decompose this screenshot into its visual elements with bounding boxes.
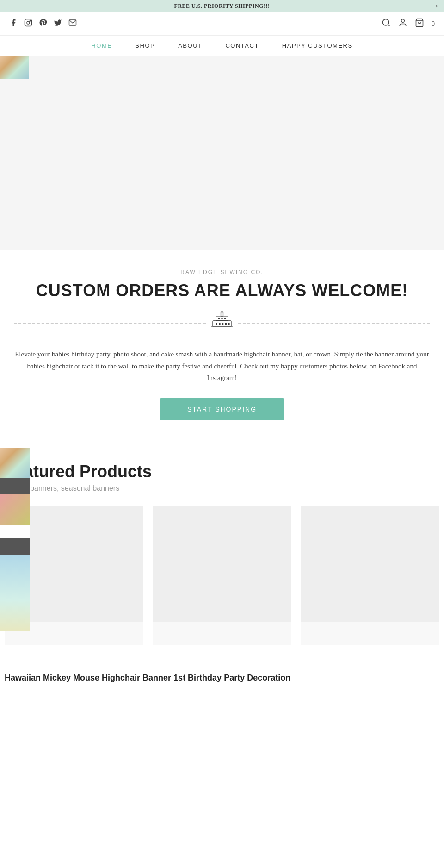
header-actions: 0 — [382, 18, 435, 30]
svg-point-1 — [27, 21, 30, 24]
featured-subtitle: holiday banners, seasonal banners — [5, 484, 439, 493]
instagram-icon[interactable] — [24, 19, 32, 29]
email-icon[interactable] — [68, 19, 77, 29]
svg-point-18 — [222, 323, 223, 325]
thumb-dots: · · · · · — [7, 529, 24, 533]
product-card-2[interactable] — [153, 506, 291, 645]
hero-thumbnail — [0, 56, 29, 79]
svg-point-14 — [222, 318, 223, 319]
social-icons-group — [9, 19, 77, 29]
svg-point-4 — [383, 19, 389, 25]
thumb-dark-2 — [0, 538, 30, 555]
baby-image — [0, 555, 30, 631]
svg-point-2 — [30, 20, 31, 21]
hero-content: RAW EDGE SEWING CO. CUSTOM ORDERS ARE AL… — [0, 250, 444, 448]
thumb-3[interactable] — [0, 494, 30, 525]
products-grid — [5, 502, 439, 650]
announcement-text: FREE U.S. PRIORITY SHIPPING!!! — [174, 3, 270, 9]
divider-line-right — [238, 323, 430, 324]
nav-happy-customers[interactable]: HAPPY CUSTOMERS — [282, 42, 353, 49]
cart-button[interactable] — [415, 18, 424, 30]
announcement-bar: FREE U.S. PRIORITY SHIPPING!!! × — [0, 0, 444, 12]
product-card-3[interactable] — [301, 506, 439, 645]
nav-about[interactable]: ABOUT — [178, 42, 202, 49]
facebook-icon[interactable] — [9, 19, 18, 29]
svg-point-6 — [401, 19, 405, 23]
svg-point-13 — [218, 318, 220, 319]
svg-point-9 — [221, 311, 222, 313]
svg-line-5 — [388, 25, 390, 26]
svg-point-16 — [216, 323, 217, 325]
product-image-2 — [153, 506, 291, 622]
featured-products: Featured Products holiday banners, seaso… — [0, 448, 444, 659]
cake-divider — [9, 310, 435, 337]
featured-title: Featured Products — [5, 462, 439, 481]
search-button[interactable] — [382, 18, 391, 30]
svg-point-17 — [219, 323, 221, 325]
thumb-1[interactable] — [0, 448, 30, 478]
account-button[interactable] — [398, 18, 407, 30]
start-shopping-button[interactable]: START SHOPPING — [160, 398, 284, 420]
cake-icon — [210, 310, 234, 337]
nav-contact[interactable]: CONTACT — [225, 42, 259, 49]
hero-image — [0, 56, 444, 250]
hero-description: Elevate your babies birthday party, phot… — [14, 349, 430, 384]
thumb-dark-1 — [0, 478, 30, 494]
nav-home[interactable]: HOME — [91, 42, 112, 49]
cart-count: 0 — [432, 20, 435, 28]
nav-shop[interactable]: SHOP — [135, 42, 155, 49]
pinterest-icon[interactable] — [39, 19, 47, 29]
main-nav: HOME SHOP ABOUT CONTACT HAPPY CUSTOMERS — [0, 36, 444, 56]
site-header: 0 — [0, 12, 444, 36]
thumb-text: · · · · · — [0, 525, 30, 538]
svg-point-15 — [224, 318, 226, 319]
svg-point-20 — [228, 323, 230, 325]
product-bottom-title: Hawaiian Mickey Mouse Highchair Banner 1… — [0, 659, 444, 687]
divider-line-left — [14, 323, 206, 324]
twitter-icon[interactable] — [54, 19, 62, 29]
product-name-bottom: Hawaiian Mickey Mouse Highchair Banner 1… — [5, 673, 439, 683]
svg-rect-0 — [25, 19, 32, 26]
product-image-3 — [301, 506, 439, 622]
brand-name: RAW EDGE SEWING CO. — [9, 269, 435, 275]
announcement-close[interactable]: × — [436, 3, 439, 10]
main-heading: CUSTOM ORDERS ARE ALWAYS WELCOME! — [9, 281, 435, 300]
svg-point-19 — [225, 323, 227, 325]
left-thumbnails: · · · · · — [0, 448, 30, 631]
